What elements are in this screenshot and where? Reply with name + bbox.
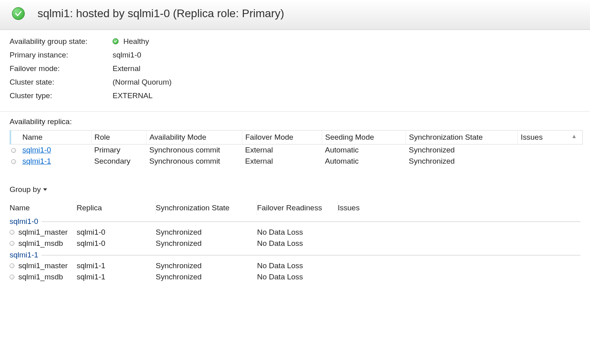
db-replica-cell: sqlmi1-0 [77,228,156,237]
replica-row[interactable]: sqlmi1-0PrimarySynchronous commitExterna… [10,144,583,156]
summary-row: Primary instance:sqlmi1-0 [10,51,580,59]
db-replica-cell: sqlmi1-1 [77,261,156,270]
replica-role-cell: Primary [91,144,146,156]
replica-link[interactable]: sqlmi1-0 [22,146,51,154]
db-group-label: sqlmi1-1 [10,251,40,259]
db-header-replica[interactable]: Replica [77,201,156,215]
db-sync-state-cell: Synchronized [156,228,257,237]
db-group-heading[interactable]: sqlmi1-1 [10,251,580,259]
replica-table-header-row: Name Role Availability Mode Failover Mod… [10,131,583,144]
replica-failover-mode-cell: External [242,144,322,156]
db-row[interactable]: sqlmi1_mastersqlmi1-1SynchronizedNo Data… [10,260,580,271]
summary-row: Cluster state: (Normal Quorum) [10,78,580,87]
replica-name-cell: sqlmi1-0 [19,144,91,156]
groupby-dropdown[interactable]: Group by [10,185,47,194]
replica-header-name[interactable]: Name [19,131,91,144]
db-name-cell: sqlmi1_msdb [18,239,77,248]
db-replica-cell: sqlmi1-0 [77,239,156,248]
db-row[interactable]: sqlmi1_msdbsqlmi1-0SynchronizedNo Data L… [10,238,580,249]
status-ok-icon [113,38,119,44]
summary-panel: Availability group state:HealthyPrimary … [0,30,590,112]
summary-value: External [113,64,141,73]
db-header-issues[interactable]: Issues [338,201,418,215]
db-sync-state-cell: Synchronized [156,239,257,248]
replica-header-failover-mode[interactable]: Failover Mode [242,131,322,144]
summary-row: Cluster type:EXTERNAL [10,91,580,100]
summary-row: Availability group state:Healthy [10,37,580,46]
replica-seeding-mode-cell: Automatic [322,144,406,156]
row-status-cell [10,230,18,235]
replica-seeding-mode-cell: Automatic [322,156,406,167]
db-failover-readiness-cell: No Data Loss [257,228,338,237]
db-header-sync-state[interactable]: Synchronization State [156,201,257,215]
db-name-cell: sqlmi1_master [18,228,77,237]
replica-header-role[interactable]: Role [91,131,146,144]
database-header-row: Name Replica Synchronization State Failo… [10,201,580,215]
replica-header-issues-label: Issues [521,133,543,141]
summary-label: Primary instance: [10,51,113,59]
replica-row[interactable]: sqlmi1-1SecondarySynchronous commitExter… [10,156,583,167]
summary-value-text: EXTERNAL [113,91,152,100]
replica-availability-mode-cell: Synchronous commit [146,156,242,167]
groupby-label: Group by [10,185,41,194]
page-title: sqlmi1: hosted by sqlmi1-0 (Replica role… [38,7,284,20]
summary-value-text: External [113,64,141,73]
db-failover-readiness-cell: No Data Loss [257,261,338,270]
replica-role-cell: Secondary [91,156,146,167]
replica-header-availability-mode[interactable]: Availability Mode [146,131,242,144]
db-group-heading[interactable]: sqlmi1-0 [10,217,580,226]
replica-sync-state-cell: Synchronized [406,156,517,167]
status-bullet-icon [10,263,14,268]
row-status-cell [10,144,19,156]
sort-ascending-icon: ▲ [571,133,577,139]
db-name-cell: sqlmi1_msdb [18,273,77,281]
summary-value: sqlmi1-0 [113,51,141,59]
db-failover-readiness-cell: No Data Loss [257,273,338,281]
summary-value-text: (Normal Quorum) [113,78,172,86]
summary-value: Healthy [113,37,149,46]
replica-name-cell: sqlmi1-1 [19,156,91,167]
replica-header-seeding-mode[interactable]: Seeding Mode [322,131,406,144]
availability-replica-section: Availability replica: Name Role Availabi… [0,112,590,172]
db-header-failover-readiness[interactable]: Failover Readiness [257,201,338,215]
summary-row: Failover mode:External [10,64,580,73]
row-status-cell [10,263,18,268]
replica-issues-cell [517,156,583,167]
status-bullet-icon [10,241,14,246]
summary-label: Cluster state: [10,78,113,87]
db-group-label: sqlmi1-0 [10,217,40,226]
summary-label: Failover mode: [10,64,113,73]
replica-link[interactable]: sqlmi1-1 [22,157,51,165]
replica-table: Name Role Availability Mode Failover Mod… [10,130,583,167]
status-ok-icon [12,7,25,20]
db-row[interactable]: sqlmi1_msdbsqlmi1-1SynchronizedNo Data L… [10,271,580,283]
db-failover-readiness-cell: No Data Loss [257,239,338,248]
status-bullet-icon [10,230,14,235]
summary-value-text: sqlmi1-0 [113,51,141,59]
summary-value: (Normal Quorum) [113,78,172,87]
db-replica-cell: sqlmi1-1 [77,273,156,281]
replica-sync-state-cell: Synchronized [406,144,517,156]
replica-header-sync-state[interactable]: Synchronization State [406,131,517,144]
chevron-down-icon [43,188,47,191]
status-bullet-icon [10,275,14,279]
groupby-bar: Group by [0,172,590,196]
replica-availability-mode-cell: Synchronous commit [146,144,242,156]
db-sync-state-cell: Synchronized [156,273,257,281]
replica-header-issues[interactable]: Issues ▲ [517,131,583,144]
summary-value-text: Healthy [123,37,149,46]
divider [42,255,580,255]
summary-value: EXTERNAL [113,91,152,100]
replica-failover-mode-cell: External [242,156,322,167]
row-status-cell [10,241,18,246]
divider [42,222,580,222]
row-status-cell [10,156,19,167]
db-header-name[interactable]: Name [10,201,77,215]
db-row[interactable]: sqlmi1_mastersqlmi1-0SynchronizedNo Data… [10,227,580,238]
replica-header-marker [10,131,19,144]
summary-label: Cluster type: [10,91,113,100]
summary-label: Availability group state: [10,37,113,46]
database-section: Name Replica Synchronization State Failo… [0,201,590,287]
status-bullet-icon [11,159,16,164]
db-sync-state-cell: Synchronized [156,261,257,270]
